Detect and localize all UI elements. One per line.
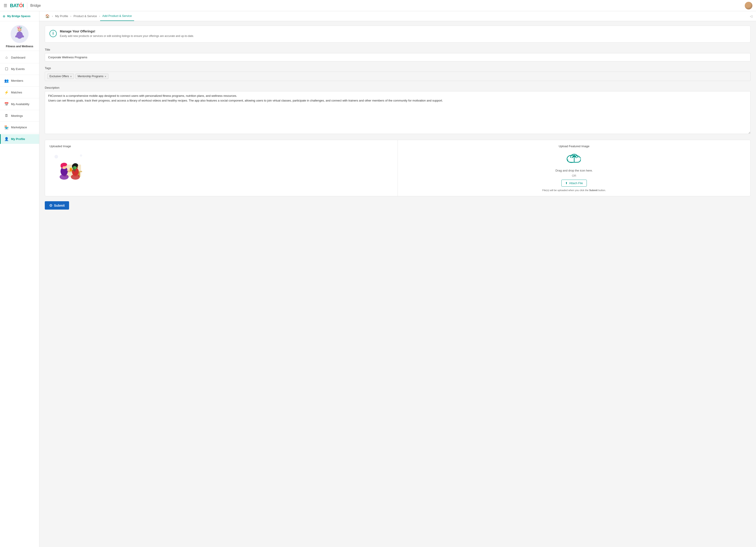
info-banner-text: Manage Your Offerings! Easily add new pr… (60, 29, 194, 38)
members-label: Members (11, 79, 23, 82)
description-label: Description (45, 86, 751, 89)
top-nav: ☰ BATÓI Bridge (0, 0, 756, 11)
my-bridge-spaces-header[interactable]: ⊕ My Bridge Spaces (0, 11, 39, 21)
tags-section: Tags Exclusive Offers × Mentorship Progr… (45, 66, 751, 81)
breadcrumb-bar: 🏠 › My Profile › Product & Service › Add… (39, 11, 756, 21)
sidebar-profile: Fitness and Wellness (0, 21, 39, 51)
sidebar-item-marketplace[interactable]: 🏪 Marketplace (0, 122, 39, 132)
title-label: Title (45, 48, 751, 51)
upload-cloud-icon (565, 151, 583, 166)
breadcrumb-my-profile-label: My Profile (55, 14, 68, 18)
info-banner: i Manage Your Offerings! Easily add new … (45, 26, 751, 43)
sidebar-profile-name: Fitness and Wellness (6, 45, 33, 48)
description-textarea[interactable]: FitConnect is a comprehensive mobile app… (45, 91, 751, 134)
submit-label: Submit (54, 204, 65, 207)
tag-mentorship-programs-remove[interactable]: × (105, 75, 106, 78)
dashboard-label: Dashboard (11, 56, 25, 59)
my-profile-icon: 👤 (4, 137, 9, 141)
user-avatar[interactable] (745, 2, 752, 9)
matches-label: Matches (11, 91, 22, 94)
breadcrumb-collapse-button[interactable]: ◁ (750, 14, 752, 18)
info-banner-description: Easily add new products or services or e… (60, 34, 194, 38)
profile-illustration (12, 26, 27, 42)
uploaded-image-illustration (49, 151, 85, 180)
attach-icon: ⬆ (565, 181, 568, 185)
sidebar-nav: ⌂ Dashboard ☐ My Events 👥 Members ⚡ Matc… (0, 51, 39, 547)
description-section: Description FitConnect is a comprehensiv… (45, 86, 751, 135)
upload-note-submit: Submit (589, 189, 598, 191)
svg-point-34 (72, 167, 75, 169)
svg-point-12 (54, 155, 58, 158)
tag-exclusive-offers: Exclusive Offers × (47, 74, 74, 79)
breadcrumb-product-service[interactable]: Product & Service (71, 11, 99, 21)
my-events-label: My Events (11, 67, 25, 71)
attach-file-button[interactable]: ⬆ Attach File (561, 180, 587, 186)
sidebar-item-matches[interactable]: ⚡ Matches (0, 88, 39, 97)
svg-rect-24 (70, 168, 72, 171)
upload-note-text: File(s) will be uploaded when you click … (542, 189, 588, 191)
sidebar-item-my-events[interactable]: ☐ My Events (0, 64, 39, 74)
breadcrumb-product-service-label: Product & Service (74, 14, 97, 18)
submit-icon: ⊙ (49, 203, 52, 207)
nav-divider (27, 2, 27, 9)
title-section: Title (45, 48, 751, 61)
hamburger-menu[interactable]: ☰ (4, 3, 7, 8)
breadcrumb-my-profile[interactable]: My Profile (53, 11, 70, 21)
image-row: Uploaded Image (45, 140, 751, 196)
meetings-label: Meetings (11, 114, 23, 117)
submit-button[interactable]: ⊙ Submit (45, 201, 69, 209)
sidebar-item-dashboard[interactable]: ⌂ Dashboard (0, 53, 39, 62)
tags-label: Tags (45, 66, 751, 70)
breadcrumb-home[interactable]: 🏠 (43, 11, 52, 21)
marketplace-icon: 🏪 (4, 125, 9, 129)
upload-note-end: button. (598, 189, 606, 191)
submit-bar: ⊙ Submit (45, 201, 751, 209)
upload-featured-image-panel: Upload Featured Image (398, 140, 750, 196)
tag-exclusive-offers-label: Exclusive Offers (49, 75, 69, 78)
title-input[interactable] (45, 53, 751, 61)
sidebar-item-members[interactable]: 👥 Members (0, 76, 39, 85)
or-text: OR (572, 174, 576, 177)
sidebar-avatar (11, 25, 29, 43)
dashboard-icon: ⌂ (4, 55, 9, 59)
meetings-icon: 🗓 (4, 114, 9, 118)
nav-divider-3 (0, 86, 39, 87)
uploaded-image-label: Uploaded Image (49, 144, 393, 148)
breadcrumb-add-product-service[interactable]: Add Product & Service (100, 11, 134, 21)
nav-divider-4 (0, 98, 39, 98)
nav-divider-2 (0, 75, 39, 75)
sidebar: ⊕ My Bridge Spaces (0, 11, 39, 547)
my-availability-label: My Availability (11, 102, 29, 106)
svg-point-25 (70, 167, 72, 168)
my-events-icon: ☐ (4, 67, 9, 71)
sidebar-item-meetings[interactable]: 🗓 Meetings (0, 111, 39, 120)
marketplace-label: Marketplace (11, 126, 27, 129)
my-availability-icon: 📅 (4, 102, 9, 106)
nav-divider-7 (0, 133, 39, 133)
sidebar-item-my-availability[interactable]: 📅 My Availability (0, 99, 39, 109)
breadcrumb-add-product-service-label: Add Product & Service (102, 14, 132, 18)
upload-featured-image-label: Upload Featured Image (559, 144, 590, 148)
main-content: 🏠 › My Profile › Product & Service › Add… (39, 11, 756, 547)
svg-point-22 (61, 163, 63, 168)
matches-icon: ⚡ (4, 90, 9, 94)
uploaded-image-panel: Uploaded Image (45, 140, 398, 196)
nav-divider-5 (0, 110, 39, 110)
nav-divider-1 (0, 63, 39, 63)
bridge-spaces-label: My Bridge Spaces (7, 15, 30, 18)
sidebar-item-my-profile[interactable]: 👤 My Profile (0, 134, 39, 144)
svg-point-13 (80, 154, 82, 157)
home-icon: 🏠 (45, 14, 50, 18)
info-banner-title: Manage Your Offerings! (60, 29, 194, 33)
tags-container[interactable]: Exclusive Offers × Mentorship Programs × (45, 72, 751, 81)
logo: BATÓI (10, 3, 24, 9)
attach-file-label: Attach File (569, 181, 583, 185)
bridge-label: Bridge (30, 4, 41, 8)
upload-note: File(s) will be uploaded when you click … (542, 189, 606, 191)
svg-text:i: i (52, 31, 54, 36)
bridge-spaces-icon: ⊕ (3, 14, 5, 18)
tag-mentorship-programs-label: Mentorship Programs (78, 75, 103, 78)
drag-drop-text: Drag and drop the icon here. (556, 169, 593, 172)
tag-exclusive-offers-remove[interactable]: × (70, 75, 72, 78)
members-icon: 👥 (4, 79, 9, 83)
